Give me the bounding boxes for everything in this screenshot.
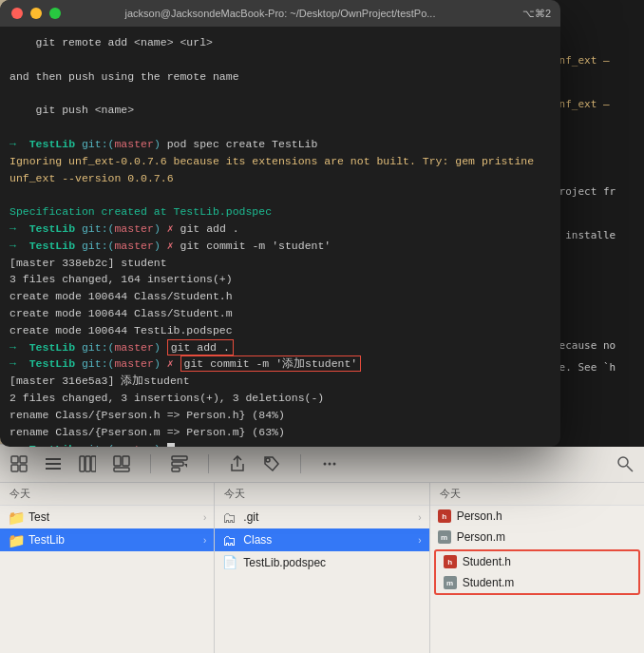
svg-rect-13 <box>172 456 187 460</box>
h-badge: h <box>444 555 457 568</box>
group-view-icon[interactable] <box>112 454 131 473</box>
item-label: Test <box>28 510 198 524</box>
finder-item-podspec[interactable]: 📄 TestLib.podspec <box>215 551 428 574</box>
finder-item-student-h[interactable]: h Student.h <box>436 551 638 572</box>
svg-rect-0 <box>11 456 18 463</box>
right-panel-line: unf_ext – <box>549 49 644 71</box>
item-label: Person.m <box>457 530 636 544</box>
terminal-window: jackson@JacksondeMacBook-Pro: ~/Desktop/… <box>0 0 560 447</box>
folder-icon: 🗂 <box>222 532 237 547</box>
right-panel-line: d installe <box>549 224 644 246</box>
svg-point-19 <box>333 462 336 465</box>
list-view-icon[interactable] <box>44 454 63 473</box>
svg-rect-7 <box>80 456 85 471</box>
finder-item-git[interactable]: 🗂 .git › <box>215 506 428 528</box>
terminal-line <box>9 119 551 136</box>
finder-columns: 今天 📁 Test › 📁 TestLib › 今天 🗂 .git › 🗂 <box>0 483 644 653</box>
item-label: TestLib.podspec <box>243 556 421 569</box>
right-panel-line <box>549 115 644 137</box>
column-header-1: 今天 <box>0 483 214 506</box>
folder-icon: 🗂 <box>222 509 237 525</box>
column-header-2: 今天 <box>215 483 428 506</box>
right-panel-line <box>549 444 644 447</box>
terminal-title: jackson@JacksondeMacBook-Pro: ~/Desktop/… <box>125 8 436 19</box>
terminal-line <box>9 186 551 203</box>
terminal-line: create mode 100644 TestLib.podspec <box>9 322 551 339</box>
more-icon[interactable] <box>320 454 339 473</box>
right-panel-line <box>549 268 644 290</box>
chevron-icon: › <box>203 535 206 546</box>
svg-rect-10 <box>114 456 121 466</box>
toolbar-divider <box>208 454 209 473</box>
terminal-line: Ignoring unf_ext-0.0.7.6 because its ext… <box>9 153 551 170</box>
terminal-right-panel: unf_ext – unf_ext – project fr d install… <box>549 0 644 447</box>
terminal-line <box>9 85 551 102</box>
right-panel-line: unf_ext – <box>549 93 644 115</box>
grid-view-icon[interactable] <box>9 454 28 473</box>
terminal-prompt: → TestLib git:(master) <box>9 441 551 448</box>
svg-rect-1 <box>20 456 27 463</box>
terminal-line <box>9 51 551 68</box>
item-label: Student.h <box>463 555 631 568</box>
svg-point-16 <box>266 458 270 462</box>
terminal-line: rename Class/{Pserson.h => Person.h} (84… <box>9 407 551 424</box>
finder-item-person-m[interactable]: m Person.m <box>430 527 644 547</box>
item-label: .git <box>243 510 412 524</box>
svg-rect-8 <box>85 456 90 471</box>
svg-rect-12 <box>114 468 129 471</box>
folder-icon: 📁 <box>8 509 23 525</box>
minimize-button[interactable] <box>30 8 42 19</box>
svg-point-20 <box>618 457 628 467</box>
column-view-icon[interactable] <box>78 454 97 473</box>
svg-rect-2 <box>11 465 18 471</box>
share-icon[interactable] <box>228 454 247 473</box>
terminal-line: create mode 100644 Class/Student.h <box>9 288 551 305</box>
maximize-button[interactable] <box>49 8 61 19</box>
item-label: Student.m <box>463 576 631 589</box>
svg-rect-14 <box>172 462 183 466</box>
close-button[interactable] <box>11 8 23 19</box>
right-panel-line: le. See `h <box>549 356 644 378</box>
terminal-body: git remote add <name> <url> and then pus… <box>0 27 560 447</box>
terminal-line: [master 338eb2c] student <box>9 255 551 272</box>
terminal-line: rename Class/{Pserson.m => Person.m} (63… <box>9 424 551 441</box>
terminal-shortcut: ⌥⌘2 <box>522 8 551 20</box>
terminal-line: → TestLib git:(master) pod spec create T… <box>9 136 551 153</box>
finder-item-test[interactable]: 📁 Test › <box>0 506 214 528</box>
finder-item-class[interactable]: 🗂 Class › <box>215 528 428 551</box>
chevron-icon: › <box>418 535 421 546</box>
finder-item-student-m[interactable]: m Student.m <box>436 572 638 593</box>
right-panel-line <box>549 246 644 268</box>
item-label: Class <box>243 533 412 547</box>
right-panel-line <box>549 291 644 313</box>
right-panel-line: project fr <box>549 181 644 202</box>
right-panel-line: because no <box>549 335 644 356</box>
svg-rect-9 <box>91 456 96 471</box>
arrange-icon[interactable] <box>170 454 189 473</box>
toolbar-divider <box>300 454 301 473</box>
finder-item-person-h[interactable]: h Person.h <box>430 506 644 527</box>
column-header-3: 今天 <box>430 483 644 506</box>
chevron-icon: › <box>203 512 206 523</box>
right-panel-line <box>549 422 644 444</box>
tag-icon[interactable] <box>262 454 281 473</box>
terminal-line: unf_ext --version 0.0.7.6 <box>9 170 551 187</box>
svg-rect-15 <box>172 468 180 471</box>
right-panel-line <box>549 159 644 181</box>
right-panel-line <box>549 137 644 159</box>
terminal-line: → TestLib git:(master) ✗ git commit -m '… <box>9 238 551 255</box>
m-badge: m <box>438 530 451 544</box>
chevron-icon: › <box>418 512 421 523</box>
right-panel-line <box>549 71 644 93</box>
finder-item-testlib[interactable]: 📁 TestLib › <box>0 528 214 551</box>
right-panel-line <box>549 400 644 422</box>
terminal-line: [master 316e5a3] 添加student <box>9 373 551 390</box>
terminal-line: create mode 100644 Class/Student.m <box>9 305 551 322</box>
svg-rect-3 <box>20 465 27 471</box>
terminal-highlight-line2: → TestLib git:(master) ✗ git commit -m '… <box>9 355 551 373</box>
terminal-highlight-line1: → TestLib git:(master) git add . <box>9 339 551 356</box>
search-icon[interactable] <box>616 454 635 473</box>
folder-icon: 📁 <box>8 532 23 547</box>
highlighted-files-group: h Student.h m Student.m <box>434 549 640 595</box>
svg-rect-11 <box>123 456 129 466</box>
